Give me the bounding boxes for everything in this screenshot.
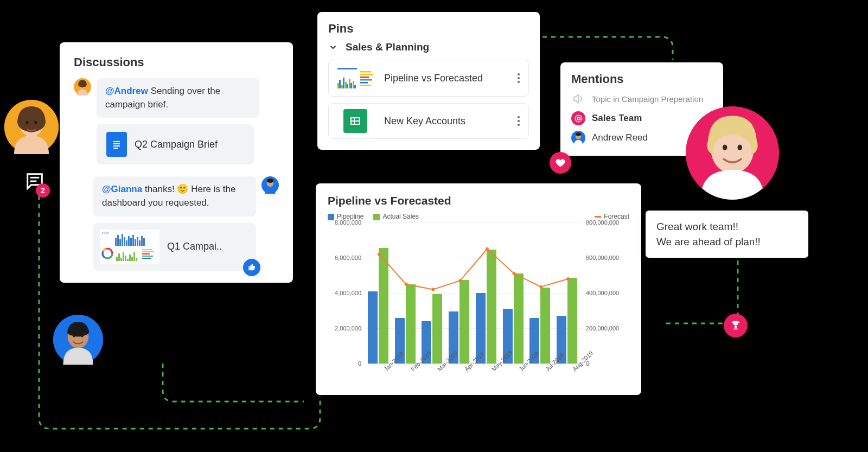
avatar	[261, 176, 279, 194]
pin-label: New Key Accounts	[384, 116, 505, 127]
svg-rect-11	[124, 237, 125, 246]
svg-rect-42	[339, 80, 341, 88]
svg-point-80	[723, 145, 727, 150]
svg-rect-34	[136, 258, 137, 261]
svg-rect-50	[354, 85, 356, 88]
message-row: @Andrew Sending over the campaign brief.	[74, 78, 279, 118]
svg-point-64	[431, 288, 435, 291]
svg-rect-52	[360, 74, 373, 75]
chart-legend: Pipepline Actual Sales Forecast	[328, 213, 629, 220]
svg-point-60	[577, 117, 580, 120]
svg-rect-36	[142, 251, 154, 252]
mentions-title: Mentions	[571, 72, 712, 86]
avatar	[571, 131, 585, 145]
svg-rect-41	[337, 83, 339, 88]
svg-rect-33	[133, 252, 135, 261]
mention-link[interactable]: @Gianna	[102, 184, 142, 194]
mention-name: Andrew Reed	[592, 132, 648, 143]
svg-rect-44	[343, 78, 344, 88]
heart-icon[interactable]	[550, 152, 571, 174]
dashboard-attachment[interactable]: KPIs Q1 Campai..	[93, 223, 256, 271]
svg-rect-26	[118, 253, 120, 261]
discussions-panel: Discussions @Andrew Sending over the cam…	[60, 42, 293, 283]
svg-rect-10	[122, 234, 123, 246]
svg-point-76	[73, 334, 75, 338]
svg-rect-27	[120, 258, 122, 261]
message-row: @Gianna thanks! 🙂 Here is the dashboard …	[74, 176, 279, 216]
svg-rect-28	[123, 252, 124, 261]
mention-context-text: Topic in Campaign Preperation	[592, 94, 703, 104]
svg-point-77	[81, 334, 84, 338]
svg-rect-9	[119, 239, 121, 246]
svg-rect-39	[142, 258, 151, 259]
svg-rect-35	[142, 249, 152, 250]
user-avatar-large	[4, 100, 59, 154]
svg-rect-12	[126, 240, 127, 246]
svg-rect-8	[117, 235, 119, 246]
svg-rect-40	[337, 68, 357, 69]
google-sheet-icon	[343, 109, 367, 133]
at-icon	[571, 111, 585, 125]
kebab-menu-icon[interactable]	[513, 73, 524, 83]
svg-rect-16	[135, 239, 136, 246]
svg-rect-18	[139, 240, 141, 246]
svg-point-72	[26, 121, 29, 124]
pins-title: Pins	[328, 22, 529, 36]
svg-rect-29	[125, 256, 126, 261]
svg-rect-17	[137, 237, 138, 246]
document-name: Q2 Campaign Brief	[135, 139, 218, 150]
svg-rect-20	[143, 238, 145, 246]
svg-rect-32	[131, 257, 133, 261]
chevron-down-icon	[328, 42, 338, 52]
dashboard-name: Q1 Campai..	[167, 241, 222, 252]
svg-rect-31	[129, 254, 131, 261]
mention-name: Sales Team	[592, 113, 642, 124]
svg-rect-7	[115, 238, 117, 246]
svg-rect-48	[350, 83, 352, 88]
discussions-title: Discussions	[74, 55, 279, 69]
avatar	[74, 78, 91, 96]
svg-rect-53	[360, 77, 369, 78]
pin-label: Pipeline vs Forecasted	[384, 73, 505, 84]
document-attachment[interactable]: Q2 Campaign Brief	[97, 124, 254, 164]
svg-rect-30	[127, 259, 129, 261]
chart-title: Pipeline vs Forecasted	[328, 194, 629, 207]
pin-group-name: Sales & Planning	[346, 41, 429, 53]
chart-plot: 02,000,0004,000,0006,000,0008,000,000 02…	[328, 222, 629, 391]
svg-rect-55	[360, 82, 368, 84]
legend-item: Actual Sales	[373, 213, 419, 220]
megaphone-icon	[571, 92, 585, 106]
svg-rect-2	[113, 141, 120, 142]
message-bubble: @Gianna thanks! 🙂 Here is the dashboard …	[93, 176, 256, 216]
svg-rect-5	[113, 148, 118, 149]
trophy-icon[interactable]	[724, 314, 748, 338]
pin-group-header[interactable]: Sales & Planning	[328, 41, 529, 53]
dashboard-thumbnail: KPIs	[100, 230, 159, 264]
like-icon[interactable]	[243, 259, 260, 276]
svg-rect-37	[142, 253, 150, 254]
kebab-menu-icon[interactable]	[513, 116, 524, 126]
mention-link[interactable]: @Andrew	[105, 86, 148, 96]
user-avatar-large	[53, 315, 103, 365]
pin-item[interactable]: Pipeline vs Forecasted	[328, 60, 529, 97]
dashboard-thumbnail-icon	[335, 66, 375, 91]
comment-bubble: Great work team!! We are ahead of plan!!	[646, 211, 808, 258]
svg-rect-49	[353, 81, 354, 88]
mention-item[interactable]: Sales Team	[571, 111, 712, 125]
pin-item[interactable]: New Key Accounts	[328, 103, 529, 139]
svg-rect-25	[116, 257, 118, 261]
svg-rect-14	[130, 238, 132, 246]
mention-context: Topic in Campaign Preperation	[571, 92, 712, 106]
svg-rect-51	[360, 71, 371, 73]
message-bubble: @Andrew Sending over the campaign brief.	[97, 78, 259, 118]
svg-rect-15	[132, 235, 134, 246]
notification-badge: 2	[36, 183, 50, 198]
pins-panel: Pins Sales & Planning Pipeline vs Foreca…	[317, 12, 540, 150]
user-avatar-large	[686, 106, 779, 200]
svg-rect-43	[341, 85, 343, 88]
svg-point-73	[35, 121, 37, 124]
svg-rect-13	[128, 236, 130, 246]
svg-rect-3	[113, 143, 120, 144]
google-doc-icon	[106, 132, 127, 157]
svg-rect-56	[360, 85, 371, 86]
